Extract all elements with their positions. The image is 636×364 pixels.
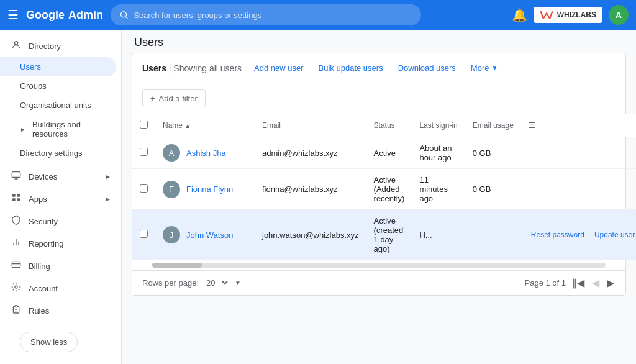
- row-email-cell: fionna@whizlabs.xyz: [255, 169, 366, 210]
- sidebar-item-groups-label: Groups: [20, 81, 47, 91]
- row-email-usage-cell: 0 GB: [465, 169, 521, 210]
- rows-per-page-select[interactable]: 20 50 100: [204, 278, 230, 288]
- sidebar-item-devices[interactable]: Devices ►: [0, 165, 121, 188]
- svg-line-1: [126, 17, 128, 19]
- search-icon: [119, 10, 129, 20]
- row-email-cell: admin@whizlabs.xyz: [255, 137, 366, 169]
- user-cell: A Ashish Jha: [163, 144, 247, 162]
- search-input[interactable]: [134, 11, 412, 20]
- next-page-button[interactable]: ▶: [606, 276, 616, 290]
- sidebar-item-reporting-label: Reporting: [29, 239, 63, 248]
- row-checkbox[interactable]: [140, 184, 148, 193]
- row-checkbox[interactable]: [140, 148, 148, 156]
- sidebar-item-security-label: Security: [29, 217, 58, 226]
- app-logo: Google Admin: [26, 9, 103, 22]
- row-status-cell: Active (Added recently): [366, 169, 412, 210]
- svg-rect-7: [17, 194, 20, 197]
- row-name-cell: J John Watson: [155, 210, 255, 260]
- first-page-button[interactable]: ∥◀: [571, 276, 586, 290]
- row-last-signin-cell: 11 minutes ago: [412, 169, 465, 210]
- sidebar-item-buildings[interactable]: ► Buildings and resources: [0, 115, 116, 143]
- sidebar-item-users[interactable]: Users: [0, 57, 116, 76]
- rules-icon: [10, 304, 22, 317]
- column-settings-icon[interactable]: ☰: [529, 121, 535, 130]
- row-status-cell: Active: [366, 137, 412, 169]
- sidebar-item-apps[interactable]: Apps ►: [0, 188, 121, 210]
- whizlabs-w-icon: [540, 9, 553, 20]
- horizontal-scrollbar-container: [132, 260, 625, 270]
- row-checkbox-cell: [132, 169, 155, 210]
- row-last-signin-cell: H...: [412, 210, 465, 260]
- prev-page-button[interactable]: ◀: [591, 276, 601, 290]
- sort-up-icon: ▲: [184, 122, 191, 129]
- sidebar-item-org-units[interactable]: Organisational units: [0, 96, 116, 115]
- sidebar-item-groups[interactable]: Groups: [0, 76, 116, 96]
- sidebar-item-rules-label: Rules: [29, 306, 49, 316]
- sidebar-item-account-label: Account: [29, 284, 58, 293]
- user-name-link[interactable]: John Watson: [186, 230, 233, 240]
- more-button[interactable]: More ▼: [468, 61, 501, 75]
- svg-point-0: [121, 12, 127, 17]
- notification-bell-icon[interactable]: 🔔: [512, 7, 527, 22]
- page-title: Users: [134, 36, 624, 49]
- devices-icon: [10, 170, 22, 183]
- user-cell: J John Watson: [163, 226, 247, 243]
- page-header: Users: [122, 30, 636, 53]
- sidebar-item-dir-settings-label: Directory settings: [20, 148, 82, 158]
- chevron-right-devices-icon: ►: [105, 173, 111, 180]
- sidebar-section-directory: Directory Users Groups Organisational un…: [0, 35, 121, 163]
- sidebar-item-reporting[interactable]: Reporting: [0, 232, 121, 255]
- svg-point-2: [14, 42, 17, 45]
- user-name-link[interactable]: Ashish Jha: [186, 148, 226, 158]
- billing-icon: [10, 260, 22, 272]
- search-bar[interactable]: [111, 4, 421, 25]
- reporting-icon: [10, 237, 22, 250]
- rows-dropdown-icon: ▼: [235, 280, 241, 286]
- sidebar-item-users-label: Users: [20, 62, 41, 71]
- plus-icon: +: [150, 94, 155, 103]
- add-new-user-button[interactable]: Add new user: [252, 61, 306, 75]
- sidebar-item-security[interactable]: Security: [0, 210, 121, 232]
- table-col-name[interactable]: Name ▲: [155, 114, 255, 137]
- rows-per-page-label: Rows per page:: [142, 278, 199, 288]
- table-col-last-signin: Last sign-in: [412, 114, 465, 137]
- user-name-link[interactable]: Fionna Flynn: [186, 184, 233, 194]
- row-actions-cell: [521, 169, 636, 210]
- sidebar-item-rules[interactable]: Rules: [0, 299, 121, 322]
- sidebar-item-billing[interactable]: Billing: [0, 255, 121, 277]
- svg-rect-13: [12, 262, 20, 267]
- sidebar-item-account[interactable]: Account: [0, 277, 121, 299]
- show-less-button[interactable]: Show less: [20, 332, 78, 352]
- row-checkbox[interactable]: [140, 230, 148, 238]
- svg-rect-8: [12, 198, 16, 201]
- row-checkbox-cell: [132, 137, 155, 169]
- pagination: Page 1 of 1 ∥◀ ◀ ▶: [525, 276, 616, 290]
- menu-icon[interactable]: ☰: [7, 7, 19, 22]
- avatar: A: [163, 144, 180, 162]
- row-actions-cell: [521, 137, 636, 169]
- download-users-button[interactable]: Download users: [396, 61, 458, 75]
- more-chevron-down-icon: ▼: [491, 65, 497, 71]
- sidebar: Directory Users Groups Organisational un…: [0, 30, 122, 364]
- sidebar-item-dir-settings[interactable]: Directory settings: [0, 143, 116, 163]
- sidebar-nav: Directory Users Groups Organisational un…: [0, 30, 121, 364]
- reset-password-button[interactable]: Reset password: [529, 229, 587, 240]
- page-info: Page 1 of 1: [525, 278, 566, 288]
- rows-per-page: Rows per page: 20 50 100 ▼: [142, 278, 241, 288]
- sidebar-item-directory[interactable]: Directory: [0, 35, 121, 57]
- bulk-update-users-button[interactable]: Bulk update users: [316, 61, 386, 75]
- name-sort-button[interactable]: Name ▲: [163, 121, 191, 130]
- select-all-checkbox[interactable]: [140, 121, 148, 129]
- whizlabs-logo: WHIZLABS: [534, 7, 602, 23]
- add-filter-button[interactable]: + Add a filter: [142, 89, 206, 107]
- horizontal-scrollbar[interactable]: [152, 263, 606, 268]
- user-avatar[interactable]: A: [609, 5, 629, 25]
- horizontal-scroll-thumb: [152, 263, 202, 268]
- row-email-usage-cell: 0 GB: [465, 137, 521, 169]
- row-actions-cell: Reset password Update user More ▼: [521, 210, 636, 260]
- sidebar-item-billing-label: Billing: [29, 262, 50, 271]
- svg-rect-6: [12, 194, 16, 197]
- table-col-actions: ☰: [521, 114, 636, 137]
- sidebar-item-org-units-label: Organisational units: [20, 101, 91, 110]
- update-user-button[interactable]: Update user: [592, 229, 636, 240]
